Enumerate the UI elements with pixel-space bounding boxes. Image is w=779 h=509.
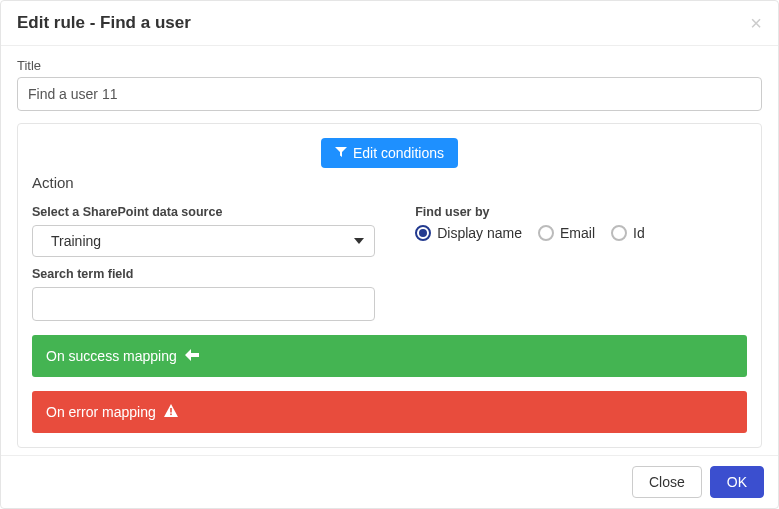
radio-display-name[interactable]: Display name <box>415 225 522 241</box>
source-label: Select a SharePoint data source <box>32 205 375 219</box>
error-mapping-bar[interactable]: On error mapping <box>32 391 747 433</box>
filter-icon <box>335 145 347 161</box>
arrow-left-icon <box>185 348 199 364</box>
find-by-label: Find user by <box>415 205 747 219</box>
title-label: Title <box>17 58 762 73</box>
title-input[interactable] <box>17 77 762 111</box>
search-label: Search term field <box>32 267 375 281</box>
find-by-radio-group: Display name Email Id <box>415 225 747 241</box>
error-mapping-label: On error mapping <box>46 404 156 420</box>
success-mapping-bar[interactable]: On success mapping <box>32 335 747 377</box>
modal-body: Title Edit conditions Action Select a Sh… <box>1 46 778 455</box>
action-section-title: Action <box>32 174 747 191</box>
source-column: Select a SharePoint data source Training… <box>32 205 375 321</box>
radio-id[interactable]: Id <box>611 225 645 241</box>
edit-conditions-wrap: Edit conditions <box>32 138 747 168</box>
success-mapping-label: On success mapping <box>46 348 177 364</box>
action-card: Edit conditions Action Select a SharePoi… <box>17 123 762 448</box>
radio-circle-icon <box>415 225 431 241</box>
search-term-input[interactable] <box>32 287 375 321</box>
radio-email[interactable]: Email <box>538 225 595 241</box>
modal-header: Edit rule - Find a user × <box>1 1 778 46</box>
ok-button[interactable]: OK <box>710 466 764 498</box>
radio-label: Id <box>633 225 645 241</box>
radio-label: Email <box>560 225 595 241</box>
radio-circle-icon <box>538 225 554 241</box>
edit-rule-modal: Edit rule - Find a user × Title Edit con… <box>0 0 779 509</box>
radio-label: Display name <box>437 225 522 241</box>
modal-title: Edit rule - Find a user <box>17 13 191 33</box>
radio-dot-icon <box>419 229 427 237</box>
svg-rect-1 <box>170 414 172 416</box>
radio-circle-icon <box>611 225 627 241</box>
source-select[interactable]: Training <box>32 225 375 257</box>
search-term-group: Search term field <box>32 267 375 321</box>
action-row: Select a SharePoint data source Training… <box>32 205 747 321</box>
svg-rect-0 <box>170 408 172 413</box>
modal-footer: Close OK <box>1 455 778 508</box>
close-icon[interactable]: × <box>750 13 762 33</box>
close-button[interactable]: Close <box>632 466 702 498</box>
warning-icon <box>164 404 178 420</box>
find-by-column: Find user by Display name Email Id <box>415 205 747 321</box>
edit-conditions-label: Edit conditions <box>353 145 444 161</box>
edit-conditions-button[interactable]: Edit conditions <box>321 138 458 168</box>
